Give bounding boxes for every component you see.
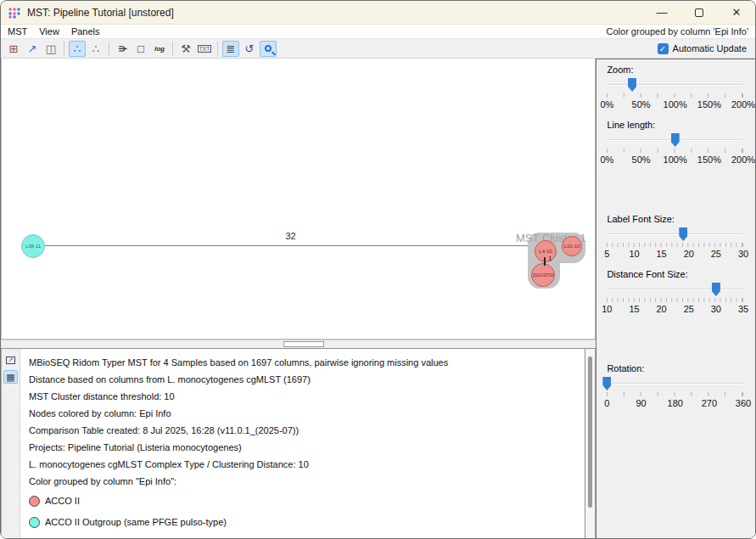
- slider-thumb[interactable]: [602, 377, 611, 390]
- mst-canvas[interactable]: 32 MST Cluster 1 L38-11 L4-10 L10-10 201…: [1, 59, 596, 340]
- slider-thumb[interactable]: [712, 283, 720, 296]
- slider-track[interactable]: [607, 289, 743, 290]
- tick-label: 0: [604, 398, 609, 408]
- slider-ticks: [607, 392, 743, 396]
- show-nodes-plain-icon[interactable]: ∴: [87, 41, 104, 57]
- tick-label: 25: [711, 249, 721, 259]
- app-window: MST: Pipeline Tutorial [unstored] — ✕ MS…: [0, 0, 756, 539]
- node-shape-icon[interactable]: □: [132, 41, 149, 57]
- tick-label: 90: [636, 398, 646, 408]
- info-panel: ↗ ▦ MBioSEQ Ridom Typer MST for 4 Sample…: [1, 348, 596, 539]
- close-button[interactable]: ✕: [718, 1, 755, 24]
- slider-ticks: [607, 93, 743, 98]
- line-length-slider[interactable]: [607, 133, 743, 147]
- horizontal-scrollbar-thumb[interactable]: [283, 341, 324, 347]
- label-font-size-slider[interactable]: [607, 227, 743, 241]
- menu-view[interactable]: View: [39, 26, 59, 36]
- auto-update-checkbox[interactable]: ✓: [658, 43, 669, 54]
- distance-font-size-slider-label: Distance Font Size:: [607, 269, 743, 281]
- auto-update-control: ✓ Automatic Update: [658, 43, 752, 54]
- magnifier-glyph: [265, 45, 272, 52]
- menu-mst[interactable]: MST: [8, 26, 27, 36]
- log-scale-icon[interactable]: log: [151, 41, 168, 57]
- menu-bar: MST View Panels Color grouped by column …: [1, 25, 755, 39]
- show-nodes-colored-icon[interactable]: ∴: [69, 41, 86, 57]
- main-area: 32 MST Cluster 1 L38-11 L4-10 L10-10 201…: [1, 59, 755, 539]
- zoom-slider[interactable]: [607, 78, 743, 92]
- color-group-status: Color grouped by column 'Epi Info': [607, 26, 748, 36]
- slider-track[interactable]: [607, 233, 743, 235]
- vertical-scrollbar-thumb[interactable]: [588, 357, 592, 508]
- slider-tick-labels: 5 10 15 20 25 30: [607, 249, 743, 261]
- slider-ticks: [607, 149, 743, 153]
- info-line: MBioSEQ Ridom Typer MST for 4 Samples ba…: [29, 354, 576, 371]
- toolbar-separator: [64, 42, 64, 55]
- tick-label: 25: [684, 304, 694, 314]
- entry-info-icon[interactable]: ▦: [3, 370, 18, 384]
- legend-color-swatch: [29, 496, 40, 507]
- menu-panels[interactable]: Panels: [71, 26, 100, 36]
- tick-label: 10: [629, 249, 639, 259]
- maximize-button[interactable]: [680, 1, 718, 24]
- export-graphic-icon[interactable]: ↗: [24, 41, 41, 57]
- label-font-size-slider-label: Label Font Size:: [607, 214, 743, 226]
- toolbar-separator: [217, 42, 218, 55]
- legend-label: ACCO II Outgroup (same PFGE pulso-type): [45, 517, 227, 527]
- export-image-icon[interactable]: ⊞: [5, 41, 22, 57]
- mst-edge: [45, 245, 536, 246]
- tick-label: 10: [602, 304, 612, 314]
- title-bar: MST: Pipeline Tutorial [unstored] — ✕: [1, 1, 755, 25]
- slider-thumb[interactable]: [671, 133, 680, 147]
- tick-label: 30: [738, 249, 748, 259]
- mst-node[interactable]: L10-10: [562, 236, 582, 256]
- tick-label: 200%: [731, 99, 755, 109]
- tick-label: 180: [668, 398, 683, 408]
- toolbar: ⊞ ↗ ◫ ∴ ∴ ⋔ □ log ⚒ TXT ≣ ↺ ✓ Automatic …: [1, 39, 755, 59]
- legend-list-icon[interactable]: ≣: [222, 41, 239, 57]
- cluster-analysis-icon[interactable]: ↺: [241, 41, 258, 57]
- search-icon[interactable]: [260, 41, 277, 57]
- tick-label: 15: [629, 304, 639, 314]
- slider-track[interactable]: [607, 383, 743, 385]
- vertical-scrollbar[interactable]: [585, 349, 595, 539]
- info-panel-gutter: ↗ ▦: [2, 349, 20, 539]
- mst-node-outgroup[interactable]: L38-11: [21, 234, 45, 258]
- slider-track[interactable]: [607, 84, 743, 86]
- minimize-button[interactable]: —: [643, 1, 680, 24]
- detach-panel-icon[interactable]: ↗: [3, 353, 18, 367]
- settings-icon[interactable]: ⚒: [177, 41, 194, 57]
- mst-node[interactable]: 2010-00710: [531, 263, 555, 287]
- slider-tick-labels: 10 15 20 25 30 35: [607, 304, 743, 316]
- slider-thumb[interactable]: [628, 78, 636, 92]
- tick-label: 30: [711, 304, 721, 314]
- tick-label: 150%: [697, 99, 721, 109]
- distance-font-size-slider[interactable]: [607, 283, 743, 296]
- info-line: Comparison Table created: 8 Jul 2025, 16…: [29, 422, 576, 439]
- info-line: Nodes colored by column: Epi Info: [29, 405, 576, 422]
- horizontal-scrollbar[interactable]: [1, 340, 596, 348]
- text-annotation-icon[interactable]: TXT: [196, 41, 213, 57]
- legend-color-swatch: [29, 517, 40, 528]
- rotation-slider-label: Rotation:: [607, 363, 743, 375]
- tick-label: 15: [657, 249, 667, 259]
- copy-icon[interactable]: ◫: [42, 41, 59, 57]
- mst-node[interactable]: L4-10: [535, 240, 557, 262]
- legend-item: ACCO II Outgroup (same PFGE pulso-type): [29, 512, 576, 532]
- mst-edge: [544, 257, 546, 266]
- legend-label: ACCO II: [45, 496, 80, 506]
- zoom-slider-label: Zoom:: [607, 65, 743, 76]
- slider-ticks: [607, 298, 743, 302]
- slider-thumb[interactable]: [679, 227, 687, 241]
- rotation-slider[interactable]: [607, 377, 743, 390]
- left-column: 32 MST Cluster 1 L38-11 L4-10 L10-10 201…: [1, 59, 596, 539]
- info-line: Projects: Pipeline Tutorial (Listeria mo…: [29, 439, 576, 456]
- window-title: MST: Pipeline Tutorial [unstored]: [27, 7, 643, 19]
- tick-label: 50%: [632, 99, 651, 109]
- line-length-slider-label: Line length:: [607, 120, 743, 132]
- auto-update-label: Automatic Update: [673, 43, 747, 53]
- branch-style-icon[interactable]: ⋔: [115, 40, 131, 57]
- text-annotation-label: TXT: [198, 45, 211, 53]
- slider-tick-labels: 0% 50% 100% 150% 200%: [607, 154, 743, 166]
- slider-tick-labels: 0 90 180 270 360: [607, 398, 743, 410]
- info-line: MST Cluster distance threshold: 10: [29, 388, 576, 405]
